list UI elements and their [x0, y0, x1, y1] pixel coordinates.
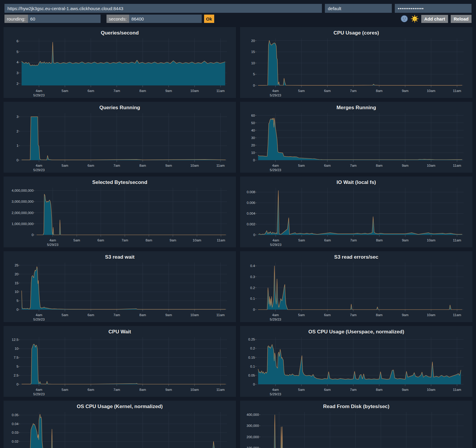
chart-plot-os-cpu-usage-kernel-normalized[interactable]: 00.010.020.030.040.054am5/29/235am6am7am… — [4, 410, 236, 448]
series-area — [258, 344, 461, 384]
chart-plot-queries-running[interactable]: 01234am5/29/235am6am7am8am9am10am11am — [4, 111, 236, 173]
chart-panel-cpu-wait: CPU Wait02.557.51012.54am5/29/235am6am7a… — [4, 326, 236, 397]
x-tick-label: 4am — [273, 238, 279, 242]
x-tick-label: 4am — [36, 388, 42, 391]
chart-title-cpu-usage-cores: CPU Usage (cores) — [240, 27, 472, 36]
x-date-label: 5/29/23 — [33, 168, 45, 172]
x-tick-label: 7am — [350, 388, 356, 391]
x-tick-label: 7am — [113, 89, 120, 93]
series-area — [22, 344, 226, 384]
seconds-label: seconds: — [107, 15, 129, 23]
y-tick-label: 0.05 — [12, 413, 18, 417]
x-tick-label: 6am — [98, 238, 104, 242]
chart-panel-os-cpu-usage-userspace-normalized: OS CPU Usage (Userspace, normalized)00.0… — [240, 326, 472, 397]
x-tick-label: 4am — [36, 313, 42, 317]
y-tick-label: 1 — [17, 144, 18, 147]
x-tick-label: 8am — [140, 313, 146, 317]
chart-panel-io-wait-local-fs: IO Wait (local fs)00.0020.0040.0060.0084… — [240, 177, 472, 247]
moon-icon[interactable] — [400, 15, 408, 23]
y-tick-label: 0 — [253, 308, 255, 311]
x-tick-label: 9am — [402, 388, 408, 391]
x-tick-label: 6am — [324, 89, 331, 93]
x-tick-label: 11am — [216, 89, 225, 93]
chart-plot-s3-read-errors-per-sec[interactable]: 00.10.20.30.44am5/29/235am6am7am8am9am10… — [240, 260, 472, 322]
y-tick-label: 20 — [251, 39, 255, 43]
x-tick-label: 9am — [402, 164, 408, 167]
ok-button[interactable]: Ok — [204, 15, 214, 23]
y-tick-label: 12.5 — [12, 338, 18, 341]
rounding-input[interactable] — [28, 15, 101, 23]
chart-panel-s3-read-errors-per-sec: S3 read errors/sec00.10.20.30.44am5/29/2… — [240, 251, 472, 322]
x-tick-label: 6am — [324, 388, 331, 391]
x-tick-label: 8am — [145, 238, 152, 242]
series-line — [22, 414, 226, 448]
y-tick-label: 0.004 — [247, 212, 255, 215]
chart-title-os-cpu-usage-kernel-normalized: OS CPU Usage (Kernel, normalized) — [4, 401, 236, 410]
chart-title-queries-per-second: Queries/second — [4, 27, 236, 36]
series-line — [262, 415, 462, 448]
charts-grid: Queries/second234564am5/29/235am6am7am8a… — [4, 27, 472, 448]
x-tick-label: 9am — [165, 89, 172, 93]
series-line — [258, 118, 462, 160]
series-line — [22, 117, 226, 160]
x-tick-label: 4am — [36, 164, 42, 167]
y-tick-label: 60 — [251, 114, 255, 117]
chart-plot-cpu-usage-cores[interactable]: 051015204am5/29/235am6am7am8am9am10am11a… — [240, 36, 472, 98]
chart-plot-queries-per-second[interactable]: 234564am5/29/235am6am7am8am9am10am11am — [4, 36, 236, 98]
x-tick-label: 7am — [113, 164, 120, 167]
chart-panel-s3-read-wait: S3 read wait05101520254am5/29/235am6am7a… — [4, 251, 236, 322]
chart-plot-io-wait-local-fs[interactable]: 00.0020.0040.0060.0084am5/29/235am6am7am… — [240, 185, 472, 247]
x-tick-label: 9am — [165, 388, 172, 391]
series-area — [258, 118, 462, 160]
y-tick-label: 0.002 — [247, 222, 255, 226]
x-tick-label: 7am — [113, 313, 120, 317]
sun-icon[interactable] — [411, 15, 419, 23]
chart-plot-s3-read-wait[interactable]: 05101520254am5/29/235am6am7am8am9am10am1… — [4, 260, 236, 322]
x-tick-label: 5am — [73, 238, 80, 242]
y-tick-label: 2,000,000,000 — [12, 211, 34, 215]
chart-plot-read-from-disk-bytes-per-sec[interactable]: 0100,000200,000300,000400,0004am5/29/235… — [240, 410, 472, 448]
y-tick-label: 5 — [17, 50, 18, 54]
reload-button[interactable]: Reload — [451, 15, 472, 23]
x-tick-label: 6am — [87, 164, 94, 167]
toolbar: rounding: seconds: Ok — [0, 0, 476, 23]
chart-plot-os-cpu-usage-userspace-normalized[interactable]: 00.050.10.150.20.254am5/29/235am6am7am8a… — [240, 335, 472, 397]
chart-panel-cpu-usage-cores: CPU Usage (cores)051015204am5/29/235am6a… — [240, 27, 472, 98]
rounding-field: rounding: — [4, 15, 101, 23]
username-input[interactable] — [325, 4, 392, 13]
seconds-input[interactable] — [129, 15, 202, 23]
x-tick-label: 11am — [453, 238, 461, 242]
y-tick-label: 0.4 — [250, 264, 255, 268]
x-tick-label: 11am — [453, 164, 461, 167]
x-tick-label: 5am — [298, 164, 305, 167]
y-tick-label: 3,000,000,000 — [12, 200, 34, 203]
y-tick-label: 5 — [253, 72, 255, 76]
x-tick-label: 5am — [62, 164, 68, 167]
series-line — [258, 40, 462, 85]
x-tick-label: 10am — [427, 89, 436, 93]
chart-plot-merges-running[interactable]: 01020304050604am5/29/235am6am7am8am9am10… — [240, 111, 472, 173]
x-tick-label: 7am — [350, 238, 357, 242]
y-tick-label: 15 — [251, 50, 255, 54]
password-input[interactable] — [395, 4, 472, 13]
y-tick-label: 10 — [15, 290, 18, 294]
chart-title-read-from-disk-bytes-per-sec: Read From Disk (bytes/sec) — [240, 401, 472, 410]
x-tick-label: 7am — [350, 164, 356, 167]
x-tick-label: 8am — [140, 164, 146, 167]
chart-plot-selected-bytes-per-second[interactable]: 01,000,000,0002,000,000,0003,000,000,000… — [4, 185, 236, 247]
series-line — [37, 194, 226, 235]
series-area — [262, 415, 462, 448]
y-tick-label: 0 — [32, 233, 33, 237]
chart-title-merges-running: Merges Running — [240, 102, 472, 111]
y-tick-label: 0 — [17, 383, 18, 386]
chart-plot-cpu-wait[interactable]: 02.557.51012.54am5/29/235am6am7am8am9am1… — [4, 335, 236, 397]
x-tick-label: 9am — [402, 89, 408, 93]
server-url-input[interactable] — [4, 4, 322, 13]
x-tick-label: 10am — [190, 89, 199, 93]
y-tick-label: 10 — [251, 151, 255, 154]
x-tick-label: 5am — [298, 388, 305, 391]
chart-title-s3-read-errors-per-sec: S3 read errors/sec — [240, 251, 472, 260]
y-tick-label: 200,000 — [247, 435, 259, 439]
add-chart-button[interactable]: Add chart — [421, 15, 448, 23]
series-area — [259, 191, 462, 235]
